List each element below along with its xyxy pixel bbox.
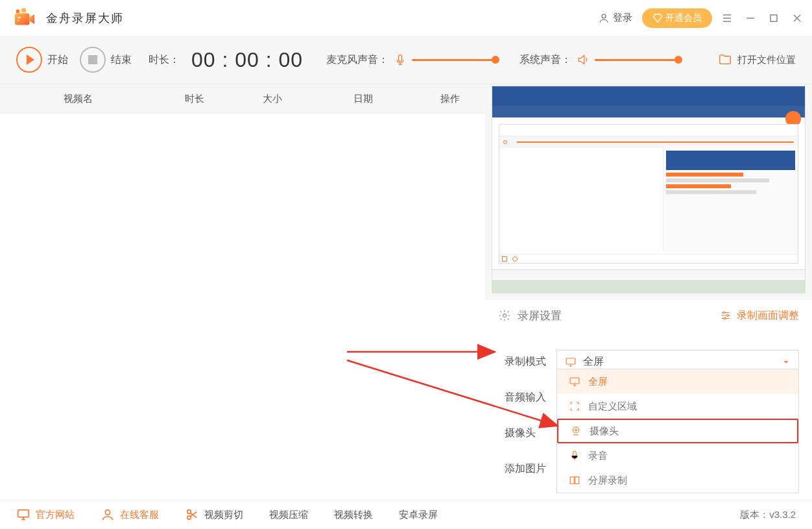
- table-header: 视频名 时长 大小 日期 操作: [0, 84, 485, 114]
- sys-audio-label: 系统声音：: [519, 53, 571, 67]
- dd-camera[interactable]: 摄像头: [557, 419, 798, 443]
- toolbar: 开始 结束 时长： 00 : 00 : 00 麦克风声音： 系统声音： 打开文件…: [0, 36, 812, 84]
- start-label: 开始: [47, 53, 68, 67]
- svg-point-22: [105, 510, 110, 515]
- footer-support[interactable]: 在线客服: [101, 508, 159, 522]
- duration-label: 时长：: [149, 53, 180, 67]
- minimize-icon[interactable]: [745, 13, 756, 23]
- webcam-icon: [570, 425, 582, 437]
- settings-bar: 录屏设置 录制画面调整: [485, 300, 812, 331]
- col-action: 操作: [415, 93, 485, 105]
- gear-icon: [498, 309, 511, 322]
- svg-rect-13: [570, 378, 579, 384]
- audio-input-label: 音频输入: [505, 391, 556, 404]
- svg-rect-21: [18, 510, 29, 517]
- speaker-icon[interactable]: [577, 53, 590, 66]
- login-link[interactable]: 登录: [598, 12, 632, 24]
- col-duration: 时长: [156, 93, 233, 105]
- settings-title: 录屏设置: [518, 308, 562, 323]
- footer-convert[interactable]: 视频转换: [334, 509, 373, 521]
- svg-point-9: [723, 312, 725, 314]
- svg-point-15: [575, 429, 577, 431]
- svg-rect-4: [18, 19, 19, 21]
- monitor-icon: [16, 508, 30, 522]
- user-icon: [598, 12, 610, 24]
- start-button[interactable]: [16, 47, 42, 73]
- footer-cut[interactable]: 视频剪切: [185, 508, 243, 522]
- svg-rect-7: [399, 55, 402, 62]
- footer: 官方网站 在线客服 视频剪切 视频压缩 视频转换 安卓录屏 版本：v3.3.2: [0, 500, 812, 529]
- main: 视频名 时长 大小 日期 操作: [0, 84, 812, 500]
- recording-list: 视频名 时长 大小 日期 操作: [0, 84, 485, 500]
- stop-label: 结束: [111, 53, 132, 67]
- maximize-icon[interactable]: [769, 13, 779, 23]
- scissors-icon: [185, 508, 199, 522]
- svg-rect-3: [18, 16, 21, 18]
- app-title: 金舟录屏大师: [46, 10, 124, 26]
- svg-point-8: [503, 314, 507, 317]
- svg-rect-12: [566, 358, 575, 364]
- menu-icon[interactable]: [722, 13, 732, 23]
- svg-rect-0: [15, 13, 30, 25]
- app-logo-icon: [13, 6, 36, 30]
- svg-rect-6: [770, 15, 777, 21]
- mode-label: 录制模式: [505, 355, 556, 369]
- dd-fullscreen[interactable]: 全屏: [557, 369, 798, 394]
- version: 版本：v3.3.2: [740, 509, 796, 521]
- adjust-button[interactable]: 录制画面调整: [720, 309, 799, 323]
- svg-point-5: [602, 14, 606, 18]
- dd-audio[interactable]: 录音: [557, 443, 798, 468]
- sys-slider[interactable]: [595, 59, 679, 61]
- col-size: 大小: [233, 93, 311, 105]
- diamond-icon: [652, 13, 663, 23]
- settings-panel: 录制模式 全屏 全屏 自定义区域: [485, 331, 812, 500]
- svg-point-10: [727, 315, 729, 317]
- folder-icon: [718, 53, 732, 67]
- split-icon: [569, 474, 580, 486]
- crop-icon: [569, 400, 580, 412]
- svg-point-11: [724, 317, 726, 319]
- title-bar: 金舟录屏大师 登录 开通会员: [0, 0, 812, 36]
- mic-icon[interactable]: [394, 53, 407, 66]
- dd-split[interactable]: 分屏录制: [557, 468, 798, 493]
- headset-icon: [101, 508, 115, 522]
- timer-display: 00 : 00 : 00: [191, 48, 303, 72]
- svg-point-2: [21, 8, 27, 13]
- svg-rect-17: [570, 477, 574, 484]
- footer-android[interactable]: 安卓录屏: [399, 509, 438, 521]
- svg-rect-18: [575, 477, 579, 484]
- sliders-icon: [720, 310, 732, 321]
- footer-website[interactable]: 官方网站: [16, 508, 75, 522]
- mic-slider[interactable]: [412, 59, 496, 61]
- right-pane: 录屏设置 录制画面调整 录制模式 全屏: [485, 84, 812, 500]
- monitor-icon: [565, 356, 577, 368]
- camera-label: 摄像头: [505, 426, 556, 440]
- play-icon: [27, 55, 34, 65]
- preview-area: [492, 86, 806, 293]
- mode-dropdown: 全屏 自定义区域 摄像头 录音 分屏录制: [556, 369, 799, 493]
- stop-icon: [88, 55, 97, 64]
- stop-button[interactable]: [80, 47, 106, 73]
- open-folder-button[interactable]: 打开文件位置: [718, 53, 796, 67]
- dd-region[interactable]: 自定义区域: [557, 394, 798, 419]
- col-name: 视频名: [0, 93, 156, 105]
- caret-down-icon: [782, 358, 791, 367]
- monitor-icon: [569, 376, 580, 388]
- svg-point-14: [573, 427, 579, 433]
- addimg-label: 添加图片: [505, 462, 556, 476]
- footer-compress[interactable]: 视频压缩: [269, 509, 308, 521]
- mic-icon: [569, 450, 580, 461]
- col-date: 日期: [311, 93, 415, 105]
- svg-point-1: [16, 9, 20, 13]
- mic-label: 麦克风声音：: [326, 53, 388, 67]
- close-icon[interactable]: [792, 13, 802, 23]
- vip-button[interactable]: 开通会员: [642, 8, 712, 28]
